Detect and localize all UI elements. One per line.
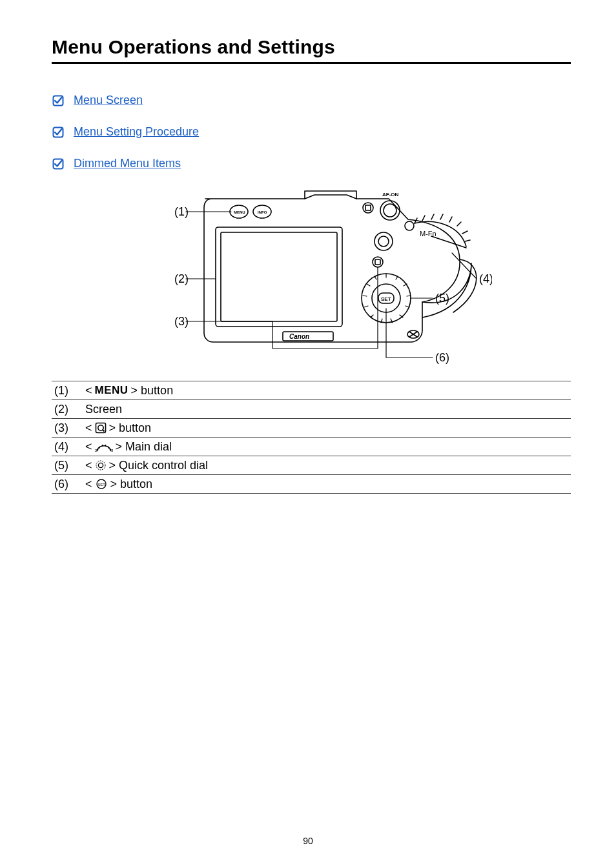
controls-legend-table: (1) < MENU > button (2) Screen <box>52 381 571 494</box>
set-icon: SET <box>95 479 108 489</box>
legend-text: > Quick control dial <box>109 458 209 472</box>
legend-text: > button <box>131 383 174 398</box>
legend-index: (2) <box>52 400 85 419</box>
link-menu-setting-procedure[interactable]: Menu Setting Procedure <box>74 125 199 139</box>
note-icon <box>52 94 65 107</box>
legend-index: (3) <box>52 419 85 438</box>
callout-4: (4) <box>479 272 492 285</box>
legend-text: > button <box>110 477 153 491</box>
svg-rect-16 <box>375 259 380 265</box>
link-dimmed-menu-items[interactable]: Dimmed Menu Items <box>74 157 181 170</box>
quickdial-icon <box>95 459 107 471</box>
callout-1: (1) <box>174 205 189 218</box>
angle-open: < <box>85 421 92 435</box>
legend-text: > Main dial <box>116 439 172 454</box>
svg-point-14 <box>378 236 389 247</box>
angle-open: < <box>85 383 92 398</box>
svg-line-27 <box>371 315 373 318</box>
camera-back-diagram: (1) (2) (3) (4) (5) (6) Canon MENU INFO … <box>130 188 492 376</box>
info-button-label: INFO <box>258 210 267 214</box>
angle-open: < <box>85 439 92 454</box>
svg-point-10 <box>363 203 373 213</box>
title-rule <box>52 62 571 64</box>
legend-text: Screen <box>85 402 122 416</box>
svg-point-51 <box>96 461 105 470</box>
section-link-row: Dimmed Menu Items <box>52 157 571 170</box>
legend-text: > button <box>109 421 152 435</box>
svg-point-12 <box>405 221 414 230</box>
legend-index: (1) <box>52 381 85 400</box>
svg-line-29 <box>363 296 367 296</box>
callout-3: (3) <box>174 315 189 328</box>
menu-word-icon: MENU <box>95 383 128 398</box>
link-menu-screen[interactable]: Menu Screen <box>74 94 143 107</box>
svg-line-28 <box>364 306 368 307</box>
q-icon <box>95 422 107 434</box>
svg-point-9 <box>384 204 396 217</box>
table-row: (4) < <box>52 438 571 456</box>
menu-button-label: MENU <box>234 210 245 214</box>
legend-index: (6) <box>52 475 85 494</box>
table-row: (5) < > Quick control dial <box>52 456 571 475</box>
svg-text:3: 3 <box>111 449 113 452</box>
table-row: (3) < > button <box>52 419 571 438</box>
svg-line-20 <box>396 276 398 279</box>
page-number: 90 <box>0 836 616 846</box>
table-row: (2) Screen <box>52 400 571 419</box>
legend-index: (5) <box>52 456 85 475</box>
set-label: SET <box>381 296 391 302</box>
callout-2: (2) <box>174 272 189 285</box>
legend-index: (4) <box>52 438 85 456</box>
callout-5: (5) <box>435 292 449 305</box>
svg-point-13 <box>375 232 393 250</box>
note-icon <box>52 126 65 139</box>
brand-label: Canon <box>289 333 309 340</box>
svg-line-31 <box>375 276 376 279</box>
section-link-row: Menu Screen <box>52 94 571 107</box>
afon-label: AF-ON <box>382 192 399 197</box>
section-links: Menu Screen Menu Setting Procedure Dimme… <box>52 94 571 170</box>
svg-line-42 <box>102 430 104 432</box>
table-row: (1) < MENU > button <box>52 381 571 400</box>
callout-6: (6) <box>435 351 449 364</box>
svg-text:SET: SET <box>98 483 105 487</box>
svg-line-46 <box>105 445 106 447</box>
svg-rect-11 <box>365 205 371 210</box>
angle-open: < <box>85 477 92 491</box>
angle-open: < <box>85 458 92 472</box>
mfn-label: M-Fn <box>420 230 436 237</box>
svg-point-52 <box>98 463 103 467</box>
maindial-icon: 2 3 <box>95 441 113 452</box>
svg-rect-4 <box>221 232 337 321</box>
note-icon <box>52 157 65 170</box>
page-title: Menu Operations and Settings <box>52 36 571 58</box>
svg-line-30 <box>367 284 370 286</box>
svg-line-45 <box>102 445 103 447</box>
section-link-row: Menu Setting Procedure <box>52 125 571 139</box>
table-row: (6) < SET > button <box>52 475 571 494</box>
svg-rect-3 <box>216 227 342 327</box>
svg-point-15 <box>373 257 383 267</box>
